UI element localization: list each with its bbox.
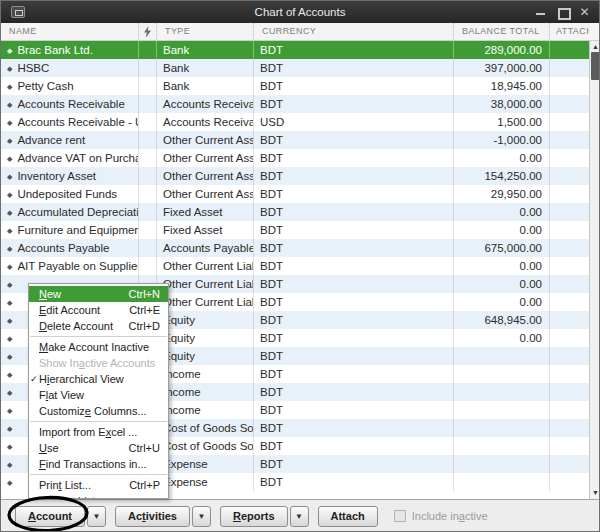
activities-button[interactable]: Activities bbox=[115, 506, 190, 527]
account-row[interactable]: ◆Accounts PayableAccounts PayableBDT675,… bbox=[1, 239, 589, 257]
menu-item-label: Import from Excel ... bbox=[39, 424, 137, 440]
bank-feed-lightning-icon[interactable] bbox=[138, 23, 156, 40]
account-name-cell[interactable]: ◆Undeposited Funds bbox=[1, 185, 138, 203]
menu-item-label: Re-sort List bbox=[39, 493, 95, 499]
attach-cell bbox=[549, 329, 589, 347]
activities-dropdown-arrow-icon[interactable]: ▼ bbox=[192, 506, 211, 527]
balance-total-cell: 0.00 bbox=[453, 293, 549, 311]
scroll-up-icon[interactable]: ▲ bbox=[590, 41, 600, 52]
menu-item-import-from-excel[interactable]: Import from Excel ... bbox=[29, 424, 168, 440]
account-row[interactable]: ◆Petty CashBankBDT18,945.00 bbox=[1, 77, 589, 95]
attach-cell bbox=[549, 131, 589, 149]
account-row[interactable]: ◆AIT Payable on Supplier BillOther Curre… bbox=[1, 257, 589, 275]
account-name-cell[interactable]: ◆Accounts Payable bbox=[1, 239, 138, 257]
account-row[interactable]: ◆Advance rentOther Current AssetBDT-1,00… bbox=[1, 131, 589, 149]
include-inactive-label: Include inactive bbox=[412, 510, 488, 522]
attach-cell bbox=[549, 275, 589, 293]
account-button[interactable]: Account bbox=[15, 506, 85, 527]
account-name-cell[interactable]: ◆Brac Bank Ltd. bbox=[1, 41, 138, 59]
account-row[interactable]: ◆Accounts ReceivableAccounts ReceivableB… bbox=[1, 95, 589, 113]
column-header-balance-total[interactable]: BALANCE TOTAL bbox=[453, 23, 549, 40]
menu-item-label: Find Transactions in... bbox=[39, 456, 147, 472]
bank-feed-cell bbox=[138, 41, 156, 59]
account-name-cell[interactable]: ◆Inventory Asset bbox=[1, 167, 138, 185]
account-name-cell[interactable]: ◆Petty Cash bbox=[1, 77, 138, 95]
account-name-cell[interactable]: ◆Advance rent bbox=[1, 131, 138, 149]
bank-feed-cell bbox=[138, 203, 156, 221]
menu-item-hierarchical-view[interactable]: ✓Hierarchical View bbox=[29, 371, 168, 387]
menu-item-customize-columns[interactable]: Customize Columns... bbox=[29, 403, 168, 419]
scrollbar-thumb[interactable] bbox=[591, 52, 600, 80]
account-name-cell[interactable]: ◆Advance VAT on Purchase bbox=[1, 149, 138, 167]
menu-item-shortcut: Ctrl+D bbox=[129, 318, 160, 334]
bank-feed-cell bbox=[138, 59, 156, 77]
attach-cell bbox=[549, 167, 589, 185]
account-row[interactable]: ◆Advance VAT on PurchaseOther Current As… bbox=[1, 149, 589, 167]
column-header-attach[interactable]: ATTACH bbox=[549, 23, 589, 40]
account-type-cell: Equity bbox=[156, 311, 253, 329]
diamond-marker-icon: ◆ bbox=[7, 65, 12, 72]
activities-button-group: Activities▼ bbox=[115, 506, 211, 527]
menu-item-edit-account[interactable]: Edit AccountCtrl+E bbox=[29, 302, 168, 318]
include-inactive-checkbox[interactable] bbox=[394, 510, 406, 522]
account-row[interactable]: ◆HSBCBankBDT397,000.00 bbox=[1, 59, 589, 77]
account-row[interactable]: ◆Inventory AssetOther Current AssetBDT15… bbox=[1, 167, 589, 185]
account-type-cell: Cost of Goods Sold bbox=[156, 419, 253, 437]
menu-item-label: Delete Account bbox=[39, 318, 113, 334]
maximize-button-icon[interactable] bbox=[556, 6, 569, 19]
account-row[interactable]: ◆Furniture and EquipmentFixed AssetBDT0.… bbox=[1, 221, 589, 239]
menu-separator bbox=[30, 336, 167, 337]
reports-dropdown-arrow-icon[interactable]: ▼ bbox=[290, 506, 309, 527]
account-name-cell[interactable]: ◆Accounts Receivable - USD bbox=[1, 113, 138, 131]
balance-total-cell bbox=[453, 437, 549, 455]
scroll-down-icon[interactable]: ▼ bbox=[590, 487, 600, 498]
menu-item-use[interactable]: UseCtrl+U bbox=[29, 440, 168, 456]
column-header-name[interactable]: NAME bbox=[1, 23, 138, 40]
menu-item-make-account-inactive[interactable]: Make Account Inactive bbox=[29, 339, 168, 355]
attach-cell bbox=[549, 149, 589, 167]
account-type-cell: Bank bbox=[156, 41, 253, 59]
menu-item-re-sort-list[interactable]: Re-sort List bbox=[29, 493, 168, 499]
attach-cell bbox=[549, 185, 589, 203]
currency-cell: BDT bbox=[253, 401, 453, 419]
account-name-cell[interactable]: ◆AIT Payable on Supplier Bill bbox=[1, 257, 138, 275]
attach-cell bbox=[549, 257, 589, 275]
vertical-scrollbar[interactable]: ▲ ▼ bbox=[589, 41, 600, 499]
attach-cell bbox=[549, 455, 589, 473]
column-header-currency[interactable]: CURRENCY bbox=[253, 23, 453, 40]
account-type-cell: Accounts Payable bbox=[156, 239, 253, 257]
balance-total-cell: 0.00 bbox=[453, 203, 549, 221]
attach-button[interactable]: Attach bbox=[318, 506, 378, 527]
account-row[interactable]: ◆Accumulated DepreciationFixed AssetBDT0… bbox=[1, 203, 589, 221]
account-dropdown-arrow-icon[interactable]: ▼ bbox=[87, 506, 106, 527]
menu-item-print-list[interactable]: Print List...Ctrl+P bbox=[29, 477, 168, 493]
balance-total-cell: 289,000.00 bbox=[453, 41, 549, 59]
currency-cell: BDT bbox=[253, 293, 453, 311]
close-button-icon[interactable]: ✕ bbox=[578, 6, 591, 19]
account-name-cell[interactable]: ◆Furniture and Equipment bbox=[1, 221, 138, 239]
account-row[interactable]: ◆Accounts Receivable - USDAccounts Recei… bbox=[1, 113, 589, 131]
menu-item-new[interactable]: NewCtrl+N bbox=[29, 286, 168, 302]
reports-button[interactable]: Reports bbox=[220, 506, 288, 527]
menu-item-label: Hierarchical View bbox=[39, 371, 124, 387]
minimize-button-icon[interactable] bbox=[534, 6, 547, 19]
window-controls: ✕ bbox=[534, 1, 591, 23]
diamond-marker-icon: ◆ bbox=[7, 83, 12, 90]
attach-cell bbox=[549, 365, 589, 383]
menu-item-delete-account[interactable]: Delete AccountCtrl+D bbox=[29, 318, 168, 334]
diamond-marker-icon: ◆ bbox=[7, 209, 12, 216]
menu-item-label: Customize Columns... bbox=[39, 403, 147, 419]
column-header-type[interactable]: TYPE bbox=[156, 23, 253, 40]
account-name-cell[interactable]: ◆HSBC bbox=[1, 59, 138, 77]
account-name-cell[interactable]: ◆Accounts Receivable bbox=[1, 95, 138, 113]
account-type-cell: Accounts Receivable bbox=[156, 95, 253, 113]
menu-item-flat-view[interactable]: Flat View bbox=[29, 387, 168, 403]
account-row[interactable]: ◆Brac Bank Ltd.BankBDT289,000.00 bbox=[1, 41, 589, 59]
account-row[interactable]: ◆Undeposited FundsOther Current AssetBDT… bbox=[1, 185, 589, 203]
account-name-cell[interactable]: ◆Accumulated Depreciation bbox=[1, 203, 138, 221]
attach-cell bbox=[549, 401, 589, 419]
balance-total-cell: 648,945.00 bbox=[453, 311, 549, 329]
balance-total-cell: 38,000.00 bbox=[453, 95, 549, 113]
menu-item-find-transactions-in[interactable]: Find Transactions in... bbox=[29, 456, 168, 472]
menu-item-label: Edit Account bbox=[39, 302, 100, 318]
